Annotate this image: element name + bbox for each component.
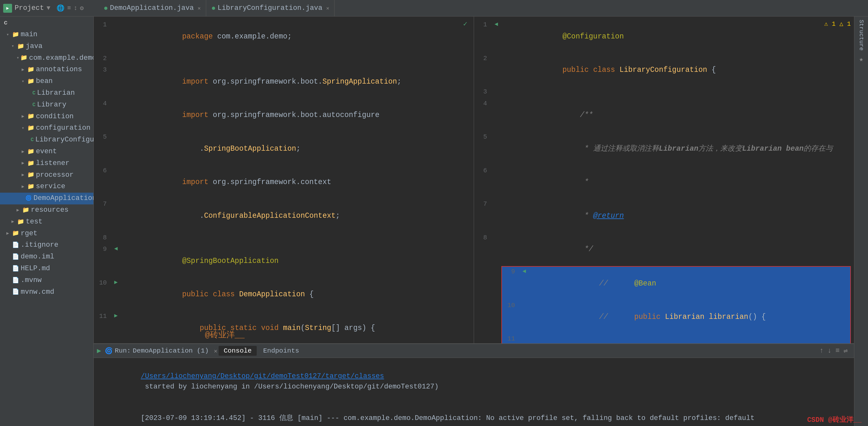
folder-icon-event: 📁 [27,148,34,156]
sidebar-item-rget[interactable]: ▶ 📁 rget [0,228,93,240]
sidebar-item-itignore[interactable]: ▶ 📄 .itignore [0,239,93,251]
ln-11: 11 [94,312,111,321]
sidebar-item-event[interactable]: ▶ 📁 event [0,146,93,158]
sidebar-item-library[interactable]: ▶ C Library [0,99,93,111]
label-event: event [36,147,57,157]
ln-4: 4 [94,99,111,108]
run-label-section: 🌀 Run: DemoApplication (1) ✕ [105,347,217,355]
toolbar-icon-3[interactable]: ↕ [73,4,77,12]
editor-section: ✓ 1 package com.example.demo; 2 [94,17,854,426]
lc-6: import org.springframework.context [121,166,474,199]
sidebar-item-annotations[interactable]: ▶ 📁 annotations [0,64,93,76]
code-line-9: 9 ◀ @SpringBootApplication [94,244,474,278]
filter-icon[interactable]: ≡ [836,347,840,355]
lc-8 [121,233,474,244]
structure-icon[interactable]: Structure [858,20,865,51]
project-icon: ▶ [3,4,12,13]
r-lc-5: * 通过注释或取消注释Librarian方法，来改变Librarian bean… [501,132,854,165]
arrow-resources: ▶ [17,207,21,214]
r-code-line-4: 4 /** [474,98,854,132]
sidebar-item-helpmd[interactable]: ▶ 📄 HELP.md [0,263,93,275]
sidebar-item-service[interactable]: ▶ 📁 service [0,181,93,193]
run-icon-10[interactable]: ▶ [114,278,118,287]
run-button[interactable]: ▶ [97,346,101,355]
r-lc-7: * @return [501,199,854,232]
tab-demo-application[interactable]: DemoApplication.java ✕ [99,0,206,16]
sidebar-item-main[interactable]: ▾ 📁 main [0,29,93,41]
label-mvnw: .mvnw [21,276,42,285]
label-itignore: .itignore [21,240,58,250]
file-icon-mvnw: 📄 [12,277,19,285]
sidebar-item-bean[interactable]: ▾ 📁 bean [0,76,93,87]
sidebar-item-java[interactable]: ▾ 📁 java [0,41,93,53]
r-ln-10: 10 [502,301,520,310]
r-code-line-10: 10 // public Librarian librarian() { [502,301,850,334]
code-line-5: 5 .SpringBootApplication; [94,132,474,166]
scroll-up-icon[interactable]: ↑ [819,347,824,355]
console-path-text: /Users/liochenyang/Desktop/git/demoTest0… [141,372,384,380]
toolbar-icon-1[interactable]: 🌐 [57,4,64,12]
r-ln-5: 5 [474,132,492,142]
lc-7: .ConfigurableApplicationContext; [121,199,474,232]
sidebar-item-processor[interactable]: ▶ 📁 processor [0,169,93,181]
tab-library-configuration[interactable]: LibraryConfiguration.java ✕ [207,0,335,16]
tab1-close[interactable]: ✕ [197,5,201,11]
r-lc-6: * [501,166,854,199]
run-label: Run: DemoApplication (1) [115,347,209,354]
ln-6: 6 [94,166,111,175]
ln-9: 9 [94,245,111,254]
toolbar-icon-2[interactable]: ≡ [67,4,71,12]
sidebar-item-mvnw[interactable]: ▶ 📄 .mvnw [0,275,93,286]
bottom-tab-console[interactable]: Console [219,346,257,356]
code-line-3: 3 import org.springframework.boot.Spring… [94,65,474,98]
wrap-icon[interactable]: ⇌ [843,346,848,355]
arrow-event: ▶ [22,149,26,155]
favorites-icon[interactable]: ★ [859,55,863,64]
r-ln-1: 1 [474,20,492,30]
sidebar-item-librarian[interactable]: ▶ C Librarian [0,87,93,99]
gutter-10: ▶ [111,278,121,287]
run-icon-11[interactable]: ▶ [114,312,118,320]
sidebar-item-mvnwcmd[interactable]: ▶ 📄 mvnw.cmd [0,286,93,298]
sidebar-item-libraryconfiguration[interactable]: ▶ C LibraryConfiguration [0,134,93,146]
sidebar-item-resources[interactable]: ▶ 📁 resources [0,204,93,216]
tab2-close[interactable]: ✕ [326,5,330,11]
label-lc: LibraryConfiguration [35,135,94,145]
lc-9: @SpringBootApplication [121,245,474,278]
lc-2 [121,54,474,65]
run-close[interactable]: ✕ [214,347,217,354]
r-ln-11: 11 [502,334,520,343]
ln-7: 7 [94,199,111,209]
label-mvnwcmd: mvnw.cmd [21,287,54,297]
sidebar-item-demoiML[interactable]: ▶ 📄 demo.iml [0,251,93,263]
sidebar-item-com-example[interactable]: ▾ 📁 com.example.demo [0,53,93,64]
label-java: java [26,41,42,52]
sidebar-item-demoapplication[interactable]: ▶ 🌀 DemoApplication [0,193,93,204]
right-editor-content[interactable]: ⚠ 1 △ 1 1 ◀ @Configuration 2 [474,17,854,343]
folder-icon-rget: 📁 [12,230,19,237]
sidebar-item-test[interactable]: ▶ 📁 test [0,216,93,228]
project-title[interactable]: Project [14,4,44,12]
project-dropdown-icon[interactable]: ▼ [46,4,50,12]
csdn-watermark: CSDN @砖业洋__ [807,415,862,424]
sidebar-item-condition[interactable]: ▶ 📁 condition [0,111,93,123]
right-editor-pane: ⚠ 1 △ 1 1 ◀ @Configuration 2 [474,17,854,343]
r-ln-9: 9 [502,267,520,277]
sidebar-item-configuration[interactable]: ▾ 📁 configuration [0,122,93,134]
label-com: com.example.demo [29,53,94,63]
tab2-label: LibraryConfiguration.java [218,4,322,12]
class-icon-librarian: C [32,90,36,97]
lc-10: public class DemoApplication { [121,278,474,311]
sidebar-item-listener[interactable]: ▶ 📁 listener [0,158,93,169]
warning-badge: ⚠ 1 △ 1 [824,20,851,28]
console-output: /Users/liochenyang/Desktop/git/demoTest0… [94,358,854,426]
bottom-tab-endpoints[interactable]: Endpoints [258,346,304,356]
folder-icon-condition: 📁 [27,113,34,120]
class-icon-demo: 🌀 [25,195,32,202]
class-icon-lc: C [31,136,34,143]
toolbar-icon-4[interactable]: ⚙ [80,4,84,12]
r-code-line-6: 6 * [474,166,854,199]
arrow-test: ▶ [11,219,16,225]
scroll-down-icon[interactable]: ↓ [827,347,832,355]
left-editor-content[interactable]: ✓ 1 package com.example.demo; 2 [94,17,474,343]
